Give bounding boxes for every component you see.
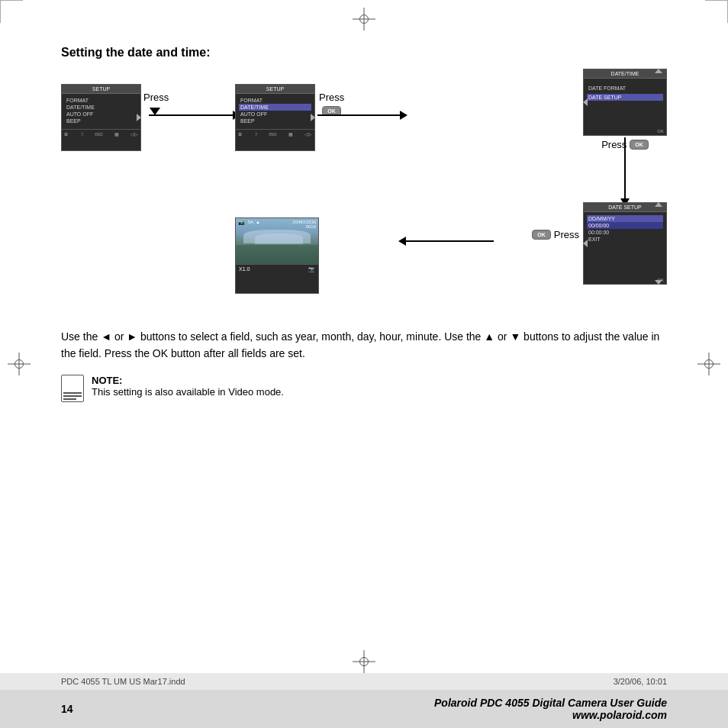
screen2-icon3: ISO <box>269 132 276 137</box>
diagram-area: SETUP FORMAT DATE/TIME AUTO OFF BEEP ✿ ☽… <box>61 69 667 313</box>
screen1-icon4: ▦ <box>114 131 119 137</box>
screen3-ok-label: OK <box>657 129 664 134</box>
reg-cross-left <box>8 353 31 375</box>
ok-btn-4: OK <box>532 230 551 240</box>
corner-mark-tr <box>705 0 728 23</box>
main-content: Setting the date and time: SETUP FORMAT … <box>61 46 667 682</box>
screen2-icon4: ▦ <box>288 131 293 137</box>
reg-cross-right <box>697 353 720 375</box>
screen1-item2: DATE/TIME <box>65 104 137 111</box>
screen3: DATE/TIME DATE FORMAT DATE SETUP OK <box>583 69 667 136</box>
screen5-arrow-up <box>655 202 662 207</box>
bottom-strip-left: PDC 4055 TL UM US Mar17.indd <box>61 677 185 686</box>
screen1-icon1: ✿ <box>64 131 68 137</box>
camera-icon: 📷 <box>238 220 245 226</box>
screen1-arrow-right <box>137 114 141 121</box>
bottom-strip-right: 3/20/06, 10:01 <box>614 677 667 686</box>
screen5-item1: DD/MM/YY <box>587 215 663 222</box>
screen1-item3: AUTO OFF <box>65 111 137 118</box>
screen2: SETUP FORMAT DATE/TIME AUTO OFF BEEP ✿ ☽… <box>235 84 315 151</box>
press-label-4: OK Press <box>532 229 579 240</box>
screen5-item4: EXIT <box>587 236 663 243</box>
screen3-arrow-up <box>655 69 662 73</box>
screen3-header: DATE/TIME <box>584 69 666 79</box>
screen4-photo: 📷 5A ▲ 2048X15360016 <box>236 218 318 264</box>
ok-btn-3: OK <box>630 140 649 150</box>
arrow-2-3 <box>317 114 400 116</box>
corner-mark-tl <box>0 0 23 23</box>
mode-icon: ▲ <box>256 220 260 224</box>
screen1-content: FORMAT DATE/TIME AUTO OFF BEEP <box>62 94 140 127</box>
screen5-arrow-down <box>655 280 662 285</box>
flash-icon: 5A <box>248 220 253 224</box>
resolution-info: 2048X15360016 <box>292 220 316 229</box>
screen2-icon5: ◁▷ <box>304 131 312 137</box>
arrow-3-5-down <box>624 137 626 198</box>
screen4-bottombar: X1.0 📷 <box>236 264 318 274</box>
screen2-arrow-right <box>311 114 315 121</box>
landscape <box>236 245 318 264</box>
press-label-2: Press OK <box>319 92 344 116</box>
screen2-icon2: ☽ <box>253 131 257 137</box>
screen5-arrow-left <box>583 240 588 247</box>
reg-cross-top <box>353 8 375 31</box>
screen1-header: SETUP <box>62 85 140 94</box>
press-label-1: Press <box>143 92 169 118</box>
note-text: NOTE: This setting is also available in … <box>92 375 284 398</box>
footer-title: Polaroid PDC 4055 Digital Camera User Gu… <box>434 697 667 721</box>
screen4-memory: 📷 <box>308 266 315 272</box>
arrow-5-4-left <box>492 240 581 242</box>
screen3-arrow-left <box>583 98 588 106</box>
screen3-content: DATE FORMAT DATE SETUP <box>584 79 666 104</box>
note-section: NOTE: This setting is also available in … <box>61 375 667 402</box>
screen1-item1: FORMAT <box>65 97 137 104</box>
screen1-toolbar: ✿ ☽ ISO ▦ ◁▷ <box>62 129 140 138</box>
screen1-item4: BEEP <box>65 118 137 124</box>
screen2-item2: DATE/TIME <box>239 104 311 111</box>
note-line-3 <box>63 398 76 400</box>
screen2-toolbar: ✿ ☽ ISO ▦ ◁▷ <box>236 129 314 138</box>
bottom-strip: PDC 4055 TL UM US Mar17.indd 3/20/06, 10… <box>0 673 728 690</box>
note-label: NOTE: <box>92 375 122 386</box>
screen2-item1: FORMAT <box>239 97 311 104</box>
note-line-2 <box>63 395 82 397</box>
footer-title-line1: Polaroid PDC 4055 Digital Camera User Gu… <box>434 697 667 709</box>
screen5-item2: 00/00/00 <box>587 222 663 229</box>
note-line-1 <box>63 392 82 394</box>
screen1: SETUP FORMAT DATE/TIME AUTO OFF BEEP ✿ ☽… <box>61 84 141 151</box>
note-icon <box>61 375 84 402</box>
screen5: DATE SETUP DD/MM/YY 00/00/00 00:00:00 EX… <box>583 202 667 285</box>
screen5-item3: 00:00:00 <box>587 229 663 236</box>
footer-title-line2: www.polaroid.com <box>434 709 667 721</box>
screen1-icon5: ◁▷ <box>130 131 138 137</box>
screen3-item2: DATE SETUP <box>587 94 663 101</box>
screen3-item1: DATE FORMAT <box>587 85 663 92</box>
footer-page-number: 14 <box>61 703 73 715</box>
screen4: 📷 5A ▲ 2048X15360016 X1.0 📷 <box>235 217 319 294</box>
screen2-icon1: ✿ <box>238 131 242 137</box>
arrow-1-2 <box>149 114 233 116</box>
screen2-content: FORMAT DATE/TIME AUTO OFF BEEP <box>236 94 314 127</box>
screen2-item4: BEEP <box>239 118 311 124</box>
cloud2 <box>255 234 303 244</box>
screen5-content: DD/MM/YY 00/00/00 00:00:00 EXIT <box>584 212 666 246</box>
screen5-header: DATE SETUP <box>584 203 666 212</box>
screen1-icon3: ISO <box>95 132 102 137</box>
screen4-zoom: X1.0 <box>239 266 250 272</box>
screen2-header: SETUP <box>236 85 314 94</box>
description-text: Use the ◄ or ► buttons to select a field… <box>61 328 667 362</box>
section-heading: Setting the date and time: <box>61 46 667 60</box>
screen2-item3: AUTO OFF <box>239 111 311 118</box>
footer: 14 Polaroid PDC 4055 Digital Camera User… <box>0 690 728 728</box>
note-body: This setting is also available in Video … <box>92 386 284 398</box>
screen1-icon2: ☽ <box>79 131 83 137</box>
